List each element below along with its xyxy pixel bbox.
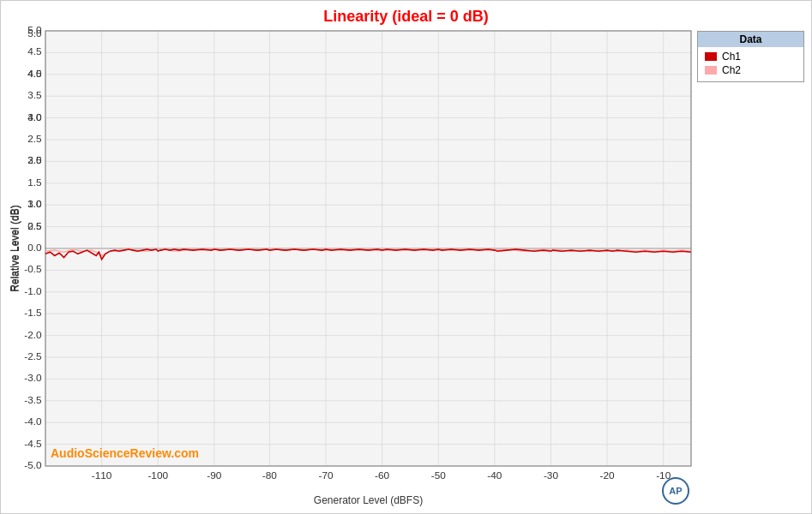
legend-item-ch2: Ch2 (705, 64, 797, 76)
svg-text:-1.5: -1.5 (24, 307, 42, 318)
svg-text:-2.5: -2.5 (24, 350, 42, 362)
svg-text:-90: -90 (207, 469, 222, 481)
legend-box: Data Ch1 Ch2 (697, 31, 804, 82)
watermark: AudioScienceReview.com (51, 446, 199, 460)
svg-text:-40: -40 (487, 469, 502, 481)
y-axis-label-container: Relative Level (dB) (6, 31, 25, 466)
y-axis-label: Relative Level (dB) (9, 205, 21, 291)
svg-text:-50: -50 (431, 469, 447, 481)
legend-label-ch2: Ch2 (722, 64, 741, 76)
svg-text:1.5: 1.5 (27, 176, 42, 188)
svg-text:0.5: 0.5 (27, 220, 42, 231)
legend-item-ch1: Ch1 (705, 51, 797, 63)
svg-text:4.0: 4.0 (27, 68, 42, 79)
svg-text:0.0: 0.0 (27, 242, 42, 253)
x-axis-label: Generator Level (dBFS) (45, 494, 691, 506)
chart-svg: 5.0 4.5 4.0 3.5 3.0 2.5 5.0 4.5 4.0 3.5 … (45, 31, 691, 466)
svg-text:4.5: 4.5 (27, 46, 42, 57)
legend-label-ch1: Ch1 (722, 51, 741, 63)
svg-text:5.0: 5.0 (27, 24, 42, 35)
svg-text:1.0: 1.0 (27, 198, 42, 209)
svg-text:-3.0: -3.0 (24, 373, 42, 384)
svg-text:-3.5: -3.5 (24, 394, 42, 405)
svg-text:-80: -80 (262, 469, 278, 481)
svg-text:-1.0: -1.0 (24, 285, 42, 296)
svg-text:-60: -60 (375, 469, 390, 481)
svg-text:3.0: 3.0 (27, 111, 42, 123)
svg-text:2.5: 2.5 (27, 133, 42, 144)
legend-title: Data (698, 32, 803, 47)
svg-text:-5.0: -5.0 (24, 459, 42, 470)
chart-container: Linearity (ideal = 0 dB) 3/31/2023 12:26… (0, 0, 812, 514)
legend-color-ch2 (705, 66, 717, 75)
svg-text:2.0: 2.0 (27, 155, 42, 166)
svg-text:-70: -70 (318, 469, 334, 481)
svg-text:-110: -110 (92, 469, 112, 481)
svg-text:-4.5: -4.5 (24, 438, 42, 449)
chart-title: Linearity (ideal = 0 dB) (1, 1, 811, 29)
legend-color-ch1 (705, 52, 717, 61)
svg-text:-2.0: -2.0 (24, 329, 42, 340)
plot-area-wrapper: 5.0 4.5 4.0 3.5 3.0 2.5 5.0 4.5 4.0 3.5 … (45, 31, 691, 466)
svg-text:3.5: 3.5 (27, 89, 42, 100)
svg-text:-20: -20 (600, 469, 616, 481)
svg-text:-30: -30 (544, 469, 559, 481)
svg-text:-0.5: -0.5 (24, 264, 42, 275)
svg-text:-4.0: -4.0 (24, 415, 42, 427)
svg-text:-100: -100 (147, 469, 168, 481)
svg-text:-10: -10 (656, 469, 671, 481)
